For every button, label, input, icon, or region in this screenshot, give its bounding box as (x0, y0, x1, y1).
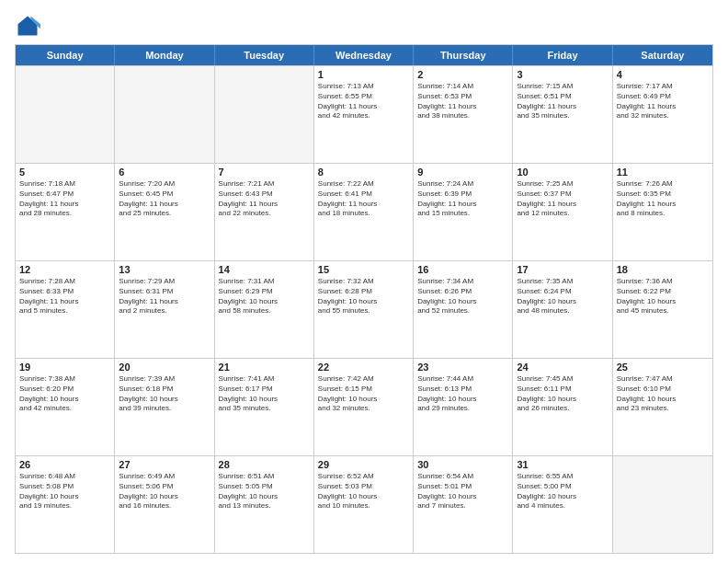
day-cell-21: 21Sunrise: 7:41 AM Sunset: 6:17 PM Dayli… (215, 359, 314, 455)
day-number: 17 (517, 264, 608, 275)
day-number: 25 (617, 362, 709, 373)
day-info: Sunrise: 7:14 AM Sunset: 6:53 PM Dayligh… (417, 82, 508, 121)
day-info: Sunrise: 7:18 AM Sunset: 6:47 PM Dayligh… (19, 179, 110, 219)
day-cell-9: 9Sunrise: 7:24 AM Sunset: 6:39 PM Daylig… (414, 164, 513, 260)
day-cell-13: 13Sunrise: 7:29 AM Sunset: 6:31 PM Dayli… (115, 261, 214, 358)
day-info: Sunrise: 7:13 AM Sunset: 6:55 PM Dayligh… (318, 82, 409, 121)
day-info: Sunrise: 7:38 AM Sunset: 6:20 PM Dayligh… (19, 374, 110, 414)
header-day-tuesday: Tuesday (215, 45, 314, 65)
day-number: 6 (119, 167, 210, 178)
calendar-header: SundayMondayTuesdayWednesdayThursdayFrid… (16, 45, 712, 65)
day-cell-8: 8Sunrise: 7:22 AM Sunset: 6:41 PM Daylig… (314, 164, 414, 260)
day-cell-30: 30Sunrise: 6:54 AM Sunset: 5:01 PM Dayli… (414, 456, 513, 553)
day-info: Sunrise: 7:31 AM Sunset: 6:29 PM Dayligh… (219, 277, 310, 316)
day-number: 13 (119, 264, 210, 275)
header-day-wednesday: Wednesday (314, 45, 414, 65)
logo (15, 13, 44, 39)
day-number: 1 (318, 69, 409, 80)
header-day-friday: Friday (513, 45, 612, 65)
day-cell-29: 29Sunrise: 6:52 AM Sunset: 5:03 PM Dayli… (314, 456, 414, 553)
day-info: Sunrise: 7:29 AM Sunset: 6:31 PM Dayligh… (119, 277, 210, 316)
day-number: 21 (219, 362, 310, 373)
day-cell-2: 2Sunrise: 7:14 AM Sunset: 6:53 PM Daylig… (414, 66, 513, 163)
day-cell-28: 28Sunrise: 6:51 AM Sunset: 5:05 PM Dayli… (215, 456, 314, 553)
day-cell-31: 31Sunrise: 6:55 AM Sunset: 5:00 PM Dayli… (513, 456, 612, 553)
day-number: 7 (219, 167, 310, 178)
empty-cell (16, 66, 115, 163)
day-info: Sunrise: 7:21 AM Sunset: 6:43 PM Dayligh… (219, 179, 310, 219)
day-number: 20 (119, 362, 210, 373)
day-info: Sunrise: 7:35 AM Sunset: 6:24 PM Dayligh… (517, 277, 608, 316)
day-cell-26: 26Sunrise: 6:48 AM Sunset: 5:08 PM Dayli… (16, 456, 115, 553)
day-info: Sunrise: 7:15 AM Sunset: 6:51 PM Dayligh… (517, 82, 608, 121)
day-cell-18: 18Sunrise: 7:36 AM Sunset: 6:22 PM Dayli… (613, 261, 712, 358)
day-number: 15 (318, 264, 409, 275)
day-info: Sunrise: 7:41 AM Sunset: 6:17 PM Dayligh… (219, 374, 310, 414)
day-number: 10 (517, 167, 608, 178)
day-cell-3: 3Sunrise: 7:15 AM Sunset: 6:51 PM Daylig… (513, 66, 612, 163)
day-number: 11 (617, 167, 709, 178)
day-info: Sunrise: 7:47 AM Sunset: 6:10 PM Dayligh… (617, 374, 709, 414)
header-day-thursday: Thursday (414, 45, 513, 65)
day-info: Sunrise: 6:54 AM Sunset: 5:01 PM Dayligh… (417, 472, 508, 511)
empty-cell (115, 66, 214, 163)
page: SundayMondayTuesdayWednesdayThursdayFrid… (0, 0, 728, 563)
day-info: Sunrise: 7:39 AM Sunset: 6:18 PM Dayligh… (119, 374, 210, 414)
day-info: Sunrise: 7:24 AM Sunset: 6:39 PM Dayligh… (417, 179, 508, 219)
day-cell-23: 23Sunrise: 7:44 AM Sunset: 6:13 PM Dayli… (414, 359, 513, 455)
day-number: 5 (19, 167, 110, 178)
day-number: 4 (617, 69, 709, 80)
day-number: 9 (417, 167, 508, 178)
day-number: 30 (417, 459, 508, 470)
day-cell-15: 15Sunrise: 7:32 AM Sunset: 6:28 PM Dayli… (314, 261, 414, 358)
day-info: Sunrise: 6:49 AM Sunset: 5:06 PM Dayligh… (119, 472, 210, 511)
day-number: 19 (19, 362, 110, 373)
empty-cell (613, 456, 712, 553)
day-info: Sunrise: 6:48 AM Sunset: 5:08 PM Dayligh… (19, 472, 110, 511)
day-cell-6: 6Sunrise: 7:20 AM Sunset: 6:45 PM Daylig… (115, 164, 214, 260)
header (15, 9, 713, 39)
day-number: 31 (517, 459, 608, 470)
day-cell-1: 1Sunrise: 7:13 AM Sunset: 6:55 PM Daylig… (314, 66, 414, 163)
day-number: 12 (19, 264, 110, 275)
logo-icon (15, 13, 40, 39)
day-info: Sunrise: 6:51 AM Sunset: 5:05 PM Dayligh… (219, 472, 310, 511)
day-info: Sunrise: 7:42 AM Sunset: 6:15 PM Dayligh… (318, 374, 409, 414)
day-number: 2 (417, 69, 508, 80)
calendar: SundayMondayTuesdayWednesdayThursdayFrid… (15, 44, 713, 554)
day-number: 14 (219, 264, 310, 275)
day-number: 22 (318, 362, 409, 373)
day-cell-11: 11Sunrise: 7:26 AM Sunset: 6:35 PM Dayli… (613, 164, 712, 260)
calendar-row-3: 19Sunrise: 7:38 AM Sunset: 6:20 PM Dayli… (16, 358, 712, 455)
day-cell-19: 19Sunrise: 7:38 AM Sunset: 6:20 PM Dayli… (16, 359, 115, 455)
day-number: 26 (19, 459, 110, 470)
day-cell-20: 20Sunrise: 7:39 AM Sunset: 6:18 PM Dayli… (115, 359, 214, 455)
day-info: Sunrise: 7:44 AM Sunset: 6:13 PM Dayligh… (417, 374, 508, 414)
day-number: 18 (617, 264, 709, 275)
calendar-row-0: 1Sunrise: 7:13 AM Sunset: 6:55 PM Daylig… (16, 65, 712, 163)
day-cell-25: 25Sunrise: 7:47 AM Sunset: 6:10 PM Dayli… (613, 359, 712, 455)
calendar-row-2: 12Sunrise: 7:28 AM Sunset: 6:33 PM Dayli… (16, 260, 712, 358)
day-number: 27 (119, 459, 210, 470)
empty-cell (215, 66, 314, 163)
day-info: Sunrise: 6:52 AM Sunset: 5:03 PM Dayligh… (318, 472, 409, 511)
day-info: Sunrise: 7:36 AM Sunset: 6:22 PM Dayligh… (617, 277, 709, 316)
day-cell-17: 17Sunrise: 7:35 AM Sunset: 6:24 PM Dayli… (513, 261, 612, 358)
day-number: 3 (517, 69, 608, 80)
day-number: 28 (219, 459, 310, 470)
calendar-row-1: 5Sunrise: 7:18 AM Sunset: 6:47 PM Daylig… (16, 163, 712, 260)
day-cell-14: 14Sunrise: 7:31 AM Sunset: 6:29 PM Dayli… (215, 261, 314, 358)
day-info: Sunrise: 7:45 AM Sunset: 6:11 PM Dayligh… (517, 374, 608, 414)
calendar-row-4: 26Sunrise: 6:48 AM Sunset: 5:08 PM Dayli… (16, 455, 712, 553)
day-number: 8 (318, 167, 409, 178)
day-info: Sunrise: 7:22 AM Sunset: 6:41 PM Dayligh… (318, 179, 409, 219)
day-number: 23 (417, 362, 508, 373)
header-day-saturday: Saturday (613, 45, 712, 65)
day-cell-4: 4Sunrise: 7:17 AM Sunset: 6:49 PM Daylig… (613, 66, 712, 163)
day-cell-27: 27Sunrise: 6:49 AM Sunset: 5:06 PM Dayli… (115, 456, 214, 553)
calendar-body: 1Sunrise: 7:13 AM Sunset: 6:55 PM Daylig… (16, 65, 712, 553)
svg-marker-0 (18, 17, 38, 36)
day-cell-22: 22Sunrise: 7:42 AM Sunset: 6:15 PM Dayli… (314, 359, 414, 455)
day-cell-10: 10Sunrise: 7:25 AM Sunset: 6:37 PM Dayli… (513, 164, 612, 260)
day-cell-5: 5Sunrise: 7:18 AM Sunset: 6:47 PM Daylig… (16, 164, 115, 260)
